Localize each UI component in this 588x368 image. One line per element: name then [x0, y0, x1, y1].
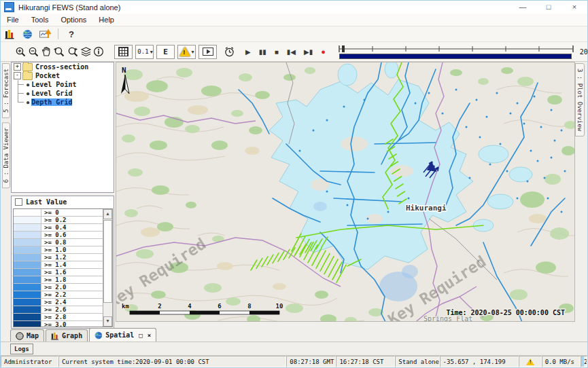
skip-to-start-button[interactable]: ▮◀: [287, 48, 296, 56]
tab-forecast[interactable]: 5 : Forecast: [2, 63, 10, 118]
legend-value-label: >= 0.2: [41, 217, 67, 223]
scroll-up-icon[interactable]: ▲: [103, 209, 112, 219]
scrollbar-thumb[interactable]: [103, 220, 112, 303]
tab-plot-overview[interactable]: 3 : Plot Overview: [575, 63, 585, 136]
node-dot-icon: ●: [27, 82, 29, 88]
legend-row[interactable]: >= 2.6: [14, 306, 103, 314]
decimal-precision-dropdown[interactable]: 0.1 ▾: [135, 45, 154, 59]
tree-item-depth-grid[interactable]: ●Depth Grid: [12, 98, 114, 107]
legend-table: >= 0>= 0.2>= 0.4>= 0.6>= 0.8>= 1.0>= 1.2…: [13, 208, 113, 327]
menu-item-options[interactable]: Options: [54, 16, 92, 24]
legend-color-swatch: [14, 284, 41, 291]
tree-item-level-grid[interactable]: ●Level Grid: [12, 89, 114, 98]
tree-item-level-point[interactable]: ●Level Point: [12, 80, 114, 89]
zoom-previous-icon: [53, 46, 65, 58]
legend-color-swatch: [14, 239, 41, 246]
legend-value-label: >= 0.8: [41, 239, 67, 246]
legend-row[interactable]: >= 1.4: [14, 261, 103, 269]
legend-scrollbar[interactable]: ▲ ▼: [103, 209, 112, 327]
hand-icon: [41, 46, 52, 57]
thresholds-dropdown[interactable]: ▾: [177, 45, 196, 59]
layers-button[interactable]: [80, 45, 92, 58]
pan-button[interactable]: [41, 45, 52, 58]
tab-graph[interactable]: Graph: [46, 329, 88, 342]
legend-row[interactable]: >= 2.0: [14, 284, 103, 291]
legend-row[interactable]: >= 3.0: [14, 321, 103, 327]
current-time-label: 2020-08-25 00:00:00 CST: [580, 48, 588, 56]
menu-item-tools[interactable]: Tools: [25, 16, 55, 24]
menu-item-file[interactable]: File: [1, 16, 25, 24]
close-button[interactable]: ×: [561, 1, 587, 14]
record-button[interactable]: ●: [321, 48, 326, 56]
toolbar-separator: [58, 29, 58, 39]
maximize-button[interactable]: □: [536, 1, 561, 14]
map-view[interactable]: Hikurangi Springs Flat API Key Required …: [116, 62, 575, 322]
database-display-button[interactable]: [3, 28, 16, 40]
minimize-button[interactable]: —: [510, 1, 536, 14]
tab-data-viewer[interactable]: 6 : Data Viewer: [2, 122, 10, 188]
time-slider[interactable]: [336, 44, 576, 59]
zoom-out-icon: [28, 46, 39, 58]
legend-row[interactable]: >= 1.6: [14, 269, 103, 276]
left-panel: +Cross-section-Pocket●Level Point●Level …: [11, 62, 116, 329]
status-warning[interactable]: [519, 356, 542, 367]
tab-close-icon[interactable]: ×: [148, 332, 151, 339]
status-coordinates: -35.657 , 174.199: [440, 356, 519, 367]
info-button[interactable]: [93, 45, 104, 58]
logs-row: Logs: [1, 342, 587, 355]
legend-color-swatch: [14, 321, 41, 327]
stop-button[interactable]: ■: [275, 48, 279, 56]
tab-map[interactable]: Map: [10, 329, 44, 342]
zoom-next-button[interactable]: [67, 45, 79, 58]
time-settings-button[interactable]: [224, 45, 235, 58]
legend-value-label: >= 0.4: [41, 224, 67, 231]
legend-row[interactable]: >= 0.4: [14, 224, 103, 232]
tab-restore-icon[interactable]: □: [139, 332, 142, 339]
time-slider-thumb[interactable]: [342, 45, 345, 52]
legend-row[interactable]: >= 2.2: [14, 291, 103, 299]
labels-icon: E: [163, 48, 168, 56]
play-button[interactable]: ▶: [245, 48, 251, 56]
legend-row[interactable]: >= 1.8: [14, 276, 103, 284]
legend-row[interactable]: >= 2.8: [14, 314, 103, 321]
zoom-previous-button[interactable]: [53, 45, 65, 58]
show-labels-button[interactable]: E: [156, 45, 175, 59]
tab-spatial[interactable]: Spatial □ ×: [89, 328, 156, 342]
legend-value-label: >= 1.4: [41, 261, 67, 268]
tree-item-pocket[interactable]: -Pocket: [12, 71, 114, 80]
legend-row[interactable]: >= 0: [14, 209, 103, 217]
pause-button[interactable]: ▮▮: [259, 48, 266, 56]
help-button[interactable]: ?: [65, 28, 77, 40]
status-memory[interactable]: 2.5 GB: [581, 356, 587, 367]
menu-item-help[interactable]: Help: [92, 16, 120, 24]
scale-tick-label: 6: [218, 303, 221, 310]
legend-row[interactable]: >= 0.2: [14, 217, 103, 224]
legend-row[interactable]: >= 2.4: [14, 299, 103, 306]
zoom-in-button[interactable]: [15, 45, 27, 58]
legend-row[interactable]: >= 1.0: [14, 246, 103, 254]
last-value-checkbox[interactable]: [15, 198, 22, 206]
legend-row[interactable]: >= 0.8: [14, 239, 103, 246]
zoom-out-button[interactable]: [28, 45, 39, 58]
expand-icon[interactable]: +: [14, 63, 21, 71]
scroll-down-icon[interactable]: ▼: [103, 316, 112, 327]
animation-button[interactable]: [198, 45, 217, 59]
legend-row[interactable]: >= 1.2: [14, 254, 103, 261]
legend-color-swatch: [14, 232, 41, 238]
skip-to-end-button[interactable]: ▶▮: [304, 48, 313, 56]
last-value-label: Last Value: [26, 198, 67, 206]
legend-value-label: >= 1.2: [41, 254, 67, 261]
toggle-grid-button[interactable]: [114, 45, 133, 59]
right-tab-strip: 3 : Plot Overview: [575, 62, 587, 329]
spatial-display-button[interactable]: [39, 28, 51, 40]
collapse-icon[interactable]: -: [14, 72, 21, 79]
map-display-button[interactable]: [21, 28, 33, 40]
zoom-next-icon: [67, 46, 79, 58]
logs-button[interactable]: Logs: [10, 344, 33, 354]
tree-item-label: Level Point: [31, 81, 76, 88]
tree-item-label: Cross-section: [35, 63, 88, 71]
legend-color-swatch: [14, 254, 41, 261]
legend-panel: Last Value >= 0>= 0.2>= 0.4>= 0.6>= 0.8>…: [11, 196, 114, 329]
info-icon: [93, 46, 104, 57]
legend-row[interactable]: >= 0.6: [14, 232, 103, 239]
